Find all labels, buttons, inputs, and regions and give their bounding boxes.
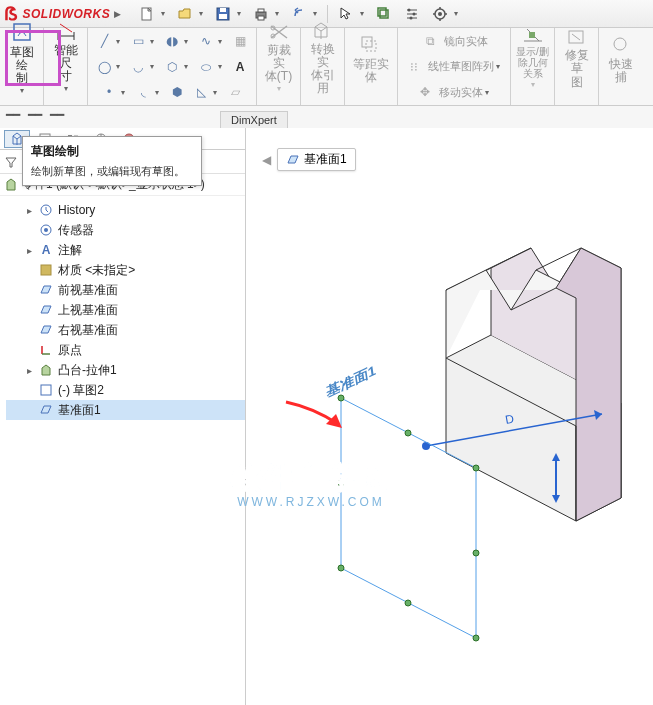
app-title: SOLIDWORKS [23,7,111,21]
dropdown-icon[interactable]: ▾ [237,9,245,18]
dropdown-icon[interactable]: ▾ [360,9,368,18]
trim-button[interactable]: 剪裁实 体(T) ▾ [261,30,297,86]
slot-icon[interactable]: ◖◗ [162,32,182,50]
dropdown-icon[interactable]: ▾ [275,9,283,18]
label: 线性草图阵列 [428,59,494,74]
label: 修复草 图 [560,49,594,89]
region-icon[interactable]: ▦ [230,32,250,50]
line-icon[interactable]: ╱ [94,32,114,50]
tree-material[interactable]: 材质 <未指定> [6,260,245,280]
sketch-item-icon [38,382,54,398]
label: 剪裁实 体(T) [262,44,296,84]
ellipse-icon[interactable]: ⬭ [196,58,216,76]
quick-snap-button[interactable]: 快速 捕 [603,30,639,86]
select-button[interactable] [334,3,358,25]
dropdown-icon[interactable]: ▾ [454,9,462,18]
svg-point-65 [338,565,344,571]
hex-icon[interactable]: ⬢ [167,83,187,101]
ribbon-tabbar: ━━ ━━ ━━ DimXpert [0,106,653,128]
annotation-icon: A [38,242,54,258]
ribbon-group-sketch: 草图绘 制 ▾ [0,28,44,105]
svg-rect-2 [220,8,226,12]
polygon-icon[interactable]: ⬡ [162,58,182,76]
plane-tool-icon[interactable]: ▱ [225,83,245,101]
tree-right-plane[interactable]: 右视基准面 [6,320,245,340]
dropdown-icon[interactable]: ▾ [313,9,321,18]
history-icon [38,202,54,218]
tab-hidden-2[interactable]: ━━ [28,108,42,122]
tree-front-plane[interactable]: 前视基准面 [6,280,245,300]
new-button[interactable] [135,3,159,25]
tree-sketch2[interactable]: (-) 草图2 [6,380,245,400]
chevron-right-icon[interactable]: ▶ [114,9,121,19]
tree-boss-extrude[interactable]: ▸凸台-拉伸1 [6,360,245,380]
watermark-text: 软件自学网 [231,458,391,499]
move-icon[interactable]: ✥ [415,83,435,101]
settings-button[interactable] [428,3,452,25]
tree-top-plane[interactable]: 上视基准面 [6,300,245,320]
offset-button[interactable]: 等距实 体 [351,30,391,86]
save-button[interactable] [211,3,235,25]
filter-icon[interactable] [4,155,18,169]
part-icon [4,178,18,192]
convert-button[interactable]: 转换实 体引用 [305,30,341,86]
tab-hidden-1[interactable]: ━━ [6,108,20,122]
quick-access-toolbar: ▾ ▾ ▾ ▾ ▾ ▾ ▾ [135,3,462,25]
sketch-edit-button[interactable]: 草图绘 制 ▾ [4,30,40,86]
smart-dimension-button[interactable]: 智能尺 寸 ▾ [48,30,84,86]
pattern-icon[interactable]: ⁝⁝ [404,58,424,76]
svg-rect-31 [529,32,535,38]
fillet-icon[interactable]: ◟ [133,83,153,101]
mirror-icon[interactable]: ⧉ [420,32,440,50]
display-relations-button[interactable]: 显示/删 除几何 关系 ▾ [515,30,551,86]
undo-button[interactable] [287,3,311,25]
tree-origin[interactable]: 原点 [6,340,245,360]
origin-icon [38,342,54,358]
watermark: 软件自学网 WWW.RJZXW.COM [231,458,391,509]
svg-rect-51 [41,265,51,275]
point-icon[interactable]: • [99,83,119,101]
svg-point-13 [413,12,416,15]
scene-svg: D [246,128,653,688]
tree-history[interactable]: ▸History [6,200,245,220]
ribbon-group-convert: 转换实 体引用 [301,28,345,105]
svg-point-14 [410,16,413,19]
tree-annotations[interactable]: ▸A注解 [6,240,245,260]
svg-rect-28 [366,41,376,51]
repair-button[interactable]: 修复草 图 [559,30,595,86]
convert-icon [311,21,335,41]
arc-icon[interactable]: ◡ [128,58,148,76]
svg-rect-6 [258,16,264,20]
ribbon-group-relations: 显示/删 除几何 关系 ▾ [511,28,555,105]
dropdown-icon[interactable]: ▾ [161,9,169,18]
label: 等距实 体 [353,58,389,84]
label: 镜向实体 [444,34,488,49]
spline-icon[interactable]: ∿ [196,32,216,50]
tab-hidden-3[interactable]: ━━ [50,108,64,122]
rect-icon[interactable]: ▭ [128,32,148,50]
open-button[interactable] [173,3,197,25]
plane-icon [38,322,54,338]
svg-rect-7 [380,10,388,18]
rebuild-button[interactable] [372,3,396,25]
circle-icon[interactable]: ◯ [94,58,114,76]
solid-body [446,248,621,521]
sketch-tooltip: 草图绘制 绘制新草图，或编辑现有草图。 [22,136,202,186]
material-icon [38,262,54,278]
ribbon: 草图绘 制 ▾ 智能尺 寸 ▾ ╱▾ ▭▾ ◖◗▾ ∿▾ ▦ ◯▾ ◡▾ ⬡▾ … [0,28,653,106]
svg-point-60 [405,430,411,436]
options-button[interactable] [400,3,424,25]
graphics-viewport[interactable]: ◀ 基准面1 [246,128,653,705]
svg-point-16 [438,12,442,16]
feature-panel: 零件1 (默认<<默认>_显示状态 1>) ▸History 传感器 ▸A注解 … [0,128,246,705]
chamfer-icon[interactable]: ◺ [191,83,211,101]
tree-plane1[interactable]: 基准面1 [6,400,245,420]
tree-sensors[interactable]: 传感器 [6,220,245,240]
dropdown-icon[interactable]: ▾ [199,9,207,18]
svg-point-12 [408,8,411,11]
text-icon[interactable]: A [230,58,250,76]
ribbon-group-repair: 修复草 图 [555,28,599,105]
svg-rect-27 [362,37,372,47]
ribbon-group-trim: 剪裁实 体(T) ▾ [257,28,301,105]
tab-dimxpert[interactable]: DimXpert [220,111,288,128]
